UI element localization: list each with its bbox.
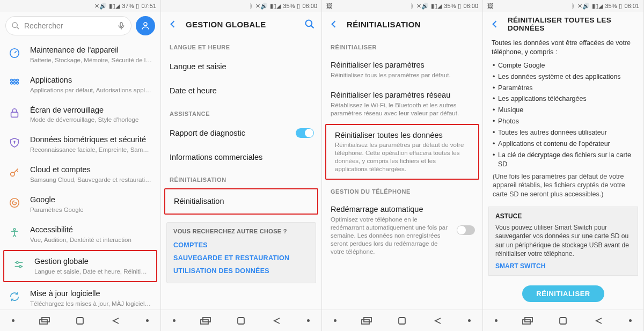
home-button[interactable] xyxy=(74,315,86,327)
suggestion-link[interactable]: COMPTES xyxy=(173,239,309,252)
sliders-icon xyxy=(12,258,26,271)
item-subtitle: Téléchargez les mises à jour, MÀJ logici… xyxy=(30,300,152,308)
battery-icon: ▯ xyxy=(136,3,139,10)
grid-icon xyxy=(8,76,21,90)
svg-point-9 xyxy=(11,82,13,84)
settings-item[interactable]: Cloud et comptesSamsung Cloud, Sauvegard… xyxy=(0,159,160,189)
settings-item[interactable]: Informations commerciales xyxy=(161,145,321,170)
item-title: Redémarrage automatique xyxy=(331,204,474,215)
section-header: RÉINITIALISATION xyxy=(161,169,321,187)
section-header: LANGUE ET HEURE xyxy=(161,36,321,55)
android-navbar xyxy=(0,310,160,331)
battery-text: 37% xyxy=(122,3,134,9)
signal-icon: ▮▯◢ xyxy=(431,3,442,10)
suggestion-header: VOUS RECHERCHEZ AUTRE CHOSE ? xyxy=(173,228,309,234)
back-icon[interactable] xyxy=(167,19,178,30)
mute-icon: ✕🔊 xyxy=(255,3,268,10)
settings-item[interactable]: GoogleParamètres Google xyxy=(0,189,160,219)
home-button[interactable] xyxy=(396,315,408,327)
item-subtitle: Mode de déverrouillage, Style d'horloge xyxy=(30,116,152,124)
svg-point-20 xyxy=(19,266,21,268)
nav-dot xyxy=(173,319,175,322)
key-icon xyxy=(8,166,21,180)
settings-item[interactable]: Gestion globaleLangue et saisie, Date et… xyxy=(4,251,156,281)
svg-point-16 xyxy=(13,228,16,230)
signal-icon: ▮▯◢ xyxy=(109,3,120,10)
battery-text: 35% xyxy=(444,3,456,9)
search-input[interactable]: Rechercher xyxy=(5,16,131,35)
back-button[interactable] xyxy=(271,315,283,327)
back-button[interactable] xyxy=(432,315,444,327)
back-icon[interactable] xyxy=(328,19,339,30)
settings-item[interactable]: AccessibilitéVue, Audition, Dextérité et… xyxy=(0,219,160,249)
search-icon[interactable] xyxy=(304,19,315,30)
signal-icon: ▮▯◢ xyxy=(592,3,603,10)
item-title: Réinitialiser les paramètres xyxy=(331,60,474,70)
recents-button[interactable] xyxy=(39,315,50,327)
suggestion-card: VOUS RECHERCHEZ AUTRE CHOSE ? COMPTESSAU… xyxy=(166,222,316,283)
account-button[interactable] xyxy=(136,16,155,35)
item-subtitle: Batterie, Stockage, Mémoire, Sécurité de… xyxy=(30,56,152,64)
svg-point-4 xyxy=(144,23,147,26)
settings-item[interactable]: Mise à jour logicielleTéléchargez les mi… xyxy=(0,283,160,310)
item-subtitle: Reconnaissance faciale, Empreinte, Samsu… xyxy=(30,146,152,154)
battery-text: 35% xyxy=(605,3,617,9)
settings-item[interactable]: Réinitialisation xyxy=(165,189,317,214)
bullet-item: Applications et contenu de l'opérateur xyxy=(483,138,643,150)
svg-point-11 xyxy=(17,82,19,84)
toggle-switch[interactable] xyxy=(457,225,475,235)
tip-link[interactable]: SMART SWITCH xyxy=(495,262,631,270)
svg-point-10 xyxy=(13,82,16,84)
recents-button[interactable] xyxy=(200,315,211,327)
back-button[interactable] xyxy=(110,315,122,327)
toggle-switch[interactable] xyxy=(296,128,314,138)
section-header: ASSISTANCE xyxy=(161,103,321,121)
item-title: Réinitialisation xyxy=(174,196,309,207)
settings-item[interactable]: Réinitialiser toutes les donnéesRéinitia… xyxy=(326,125,478,179)
settings-item[interactable]: Maintenance de l'appareilBatterie, Stock… xyxy=(0,40,160,70)
content: RÉINITIALISERRéinitialiser les paramètre… xyxy=(322,36,482,310)
recents-button[interactable] xyxy=(522,315,533,327)
item-subtitle: Paramètres Google xyxy=(30,206,152,214)
suggestion-link[interactable]: UTILISATION DES DONNÉES xyxy=(173,264,309,277)
back-icon[interactable] xyxy=(489,19,500,30)
recents-button[interactable] xyxy=(361,315,372,327)
page-title: RÉINITIALISER TOUTES LES DONNÉES xyxy=(508,16,637,32)
settings-screen-main: ✕🔊 ▮▯◢ 37% ▯ 07:51 Rechercher Maintenanc… xyxy=(0,0,161,331)
app-bar: GESTION GLOBALE xyxy=(161,12,321,36)
content: Toutes les données vont être effacées de… xyxy=(483,36,643,310)
settings-screen-reset-all: 🖼 ᛒ ✕🔊 ▮▯◢ 35% ▯ 08:01 RÉINITIALISER TOU… xyxy=(483,0,644,331)
item-title: Écran de verrouillage xyxy=(30,105,152,115)
item-title: Date et heure xyxy=(170,86,313,96)
suggestion-link[interactable]: SAUVEGARDE ET RESTAURATION xyxy=(173,252,309,264)
settings-item[interactable]: Redémarrage automatiqueOptimisez votre t… xyxy=(322,199,482,261)
bullet-item: Les applications téléchargées xyxy=(483,93,643,105)
back-button[interactable] xyxy=(593,315,605,327)
mic-icon[interactable] xyxy=(117,21,126,30)
reset-button[interactable]: RÉINITIALISER xyxy=(522,285,604,302)
settings-item[interactable]: Écran de verrouillageMode de déverrouill… xyxy=(0,100,160,130)
settings-item[interactable]: Rapport de diagnostic xyxy=(161,121,321,145)
search-row: Rechercher xyxy=(0,12,160,40)
settings-item[interactable]: Réinitialiser les paramètres réseauRétab… xyxy=(322,85,482,123)
settings-item[interactable]: Données biométriques et sécuritéReconnai… xyxy=(0,129,160,159)
item-title: Accessibilité xyxy=(30,225,152,235)
settings-item[interactable]: Langue et saisie xyxy=(161,55,321,79)
settings-item[interactable]: ApplicationsApplications par défaut, Aut… xyxy=(0,70,160,100)
item-subtitle: Samsung Cloud, Sauvegarde et restauratio… xyxy=(30,176,152,184)
update-icon xyxy=(8,290,21,304)
svg-line-25 xyxy=(311,26,314,28)
nav-dot xyxy=(334,319,336,322)
settings-list: Maintenance de l'appareilBatterie, Stock… xyxy=(0,40,160,310)
android-navbar xyxy=(322,310,482,331)
settings-item[interactable]: Réinitialiser les paramètresRéinitialise… xyxy=(322,55,482,85)
search-icon xyxy=(11,21,20,30)
lock-icon xyxy=(8,106,21,120)
settings-item[interactable]: Date et heure xyxy=(161,79,321,103)
item-title: Réinitialiser les paramètres réseau xyxy=(331,90,474,100)
item-title: Cloud et comptes xyxy=(30,165,152,175)
home-button[interactable] xyxy=(557,315,569,327)
svg-point-8 xyxy=(17,79,19,81)
home-button[interactable] xyxy=(235,315,247,327)
nav-dot xyxy=(307,319,310,322)
